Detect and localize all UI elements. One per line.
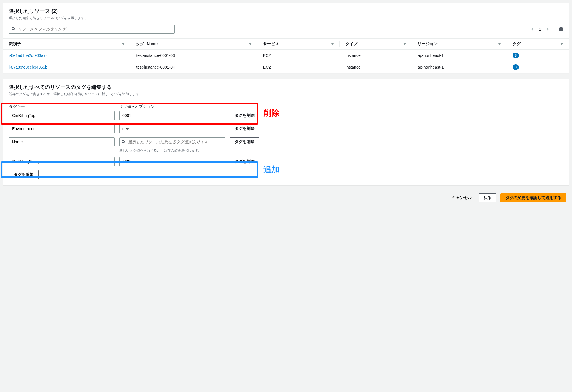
sort-icon [498, 43, 501, 45]
remove-tag-button[interactable]: タグを削除 [230, 111, 259, 120]
resource-filter-input[interactable] [17, 27, 172, 32]
edit-tags-description: 既存のタグを上書きするか、選択した編集可能なリソースに新しいタグを追加します。 [9, 92, 563, 97]
filter-row: 1 [3, 25, 569, 38]
remove-tag-button[interactable]: タグを削除 [230, 157, 259, 166]
resource-identifier-link[interactable]: i-07a33fd0ccb34055b [9, 65, 47, 69]
tag-key-input[interactable] [9, 157, 115, 166]
panel-header: 選択したリソース (2) 選択した編集可能なリソースのタグを表示します。 [3, 3, 569, 25]
selected-resources-title: 選択したリソース (2) [9, 8, 563, 15]
search-icon [11, 27, 15, 32]
sort-icon [403, 43, 406, 45]
tag-count-badge[interactable]: 3 [513, 64, 519, 70]
sort-icon [560, 43, 563, 45]
resource-filter-box[interactable] [9, 25, 175, 34]
table-row: i-07a33fd0ccb34055b test-instance-0001-0… [3, 61, 569, 73]
tag-value-input[interactable] [119, 124, 225, 133]
tag-key-input[interactable] [9, 137, 115, 146]
annotation-delete: 削除 [263, 108, 279, 118]
col-region[interactable]: リージョン [412, 39, 507, 50]
col-tag-name[interactable]: タグ: Name [130, 39, 257, 50]
selected-resources-description: 選択した編集可能なリソースのタグを表示します。 [9, 16, 563, 21]
col-service[interactable]: サービス [257, 39, 340, 50]
cell-type: Instance [340, 50, 412, 61]
tag-value-input[interactable] [119, 157, 225, 166]
table-row: i-0e1ad1ba2df903a74 test-instance-0001-0… [3, 50, 569, 61]
tag-row: タグを削除 [9, 137, 563, 146]
add-tag-button[interactable]: タグを追加 [9, 170, 39, 179]
tag-row: タグを削除 [9, 157, 563, 166]
cancel-button[interactable]: キャンセル [449, 194, 475, 202]
col-identifier[interactable]: 識別子 [3, 39, 130, 50]
sort-icon [249, 43, 252, 45]
cell-tag-name: test-instance-0001-04 [130, 61, 257, 73]
tag-row: タグを削除 [9, 111, 563, 120]
remove-tag-button[interactable]: タグを削除 [230, 124, 259, 133]
tag-key-input[interactable] [9, 111, 115, 120]
settings-gear-icon[interactable] [559, 27, 563, 31]
tag-key-input[interactable] [9, 124, 115, 133]
tag-editor: タグキー タグ値 - オプション タグを削除 タグを削除 タグを削除 新しいタグ… [3, 101, 569, 185]
cell-service: EC2 [257, 61, 340, 73]
back-button[interactable]: 戻る [479, 193, 496, 202]
col-type[interactable]: タイプ [340, 39, 412, 50]
selected-resources-panel: 選択したリソース (2) 選択した編集可能なリソースのタグを表示します。 1 識… [3, 3, 569, 73]
cell-tag-name: test-instance-0001-03 [130, 50, 257, 61]
annotation-add: 追加 [263, 164, 279, 175]
cell-region: ap-northeast-1 [412, 50, 507, 61]
col-tag[interactable]: タグ [507, 39, 569, 50]
cell-service: EC2 [257, 50, 340, 61]
remove-tag-button[interactable]: タグを削除 [230, 137, 259, 146]
tag-value-label: タグ値 - オプション [119, 104, 225, 109]
edit-tags-title: 選択したすべてのリソースのタグを編集する [9, 84, 563, 91]
tag-column-labels: タグキー タグ値 - オプション [9, 104, 563, 109]
cell-region: ap-northeast-1 [412, 61, 507, 73]
action-bar: キャンセル 戻る タグの変更を確認して適用する [3, 191, 569, 205]
pager: 1 [531, 26, 563, 32]
tag-row: タグを削除 [9, 124, 563, 133]
pager-prev[interactable] [531, 27, 534, 31]
resource-identifier-link[interactable]: i-0e1ad1ba2df903a74 [9, 53, 48, 58]
pager-next[interactable] [546, 27, 549, 31]
panel-header: 選択したすべてのリソースのタグを編集する 既存のタグを上書きするか、選択した編集… [3, 79, 569, 101]
cell-type: Instance [340, 61, 412, 73]
tag-value-input[interactable] [119, 111, 225, 120]
apply-button[interactable]: タグの変更を確認して適用する [500, 193, 566, 202]
tag-value-input[interactable] [119, 137, 225, 146]
tag-key-label: タグキー [9, 104, 115, 109]
edit-tags-panel: 選択したすべてのリソースのタグを編集する 既存のタグを上書きするか、選択した編集… [3, 79, 569, 185]
tag-count-badge[interactable]: 3 [513, 53, 519, 58]
resources-table: 識別子 タグ: Name サービス タイプ リージョン タグ i-0e1ad1b… [3, 38, 569, 73]
pager-page-number: 1 [539, 27, 541, 31]
name-row-hint: 新しいタグ値を入力するか、既存の値を選択します。 [119, 148, 563, 153]
sort-icon [331, 43, 334, 45]
sort-icon [122, 43, 125, 45]
